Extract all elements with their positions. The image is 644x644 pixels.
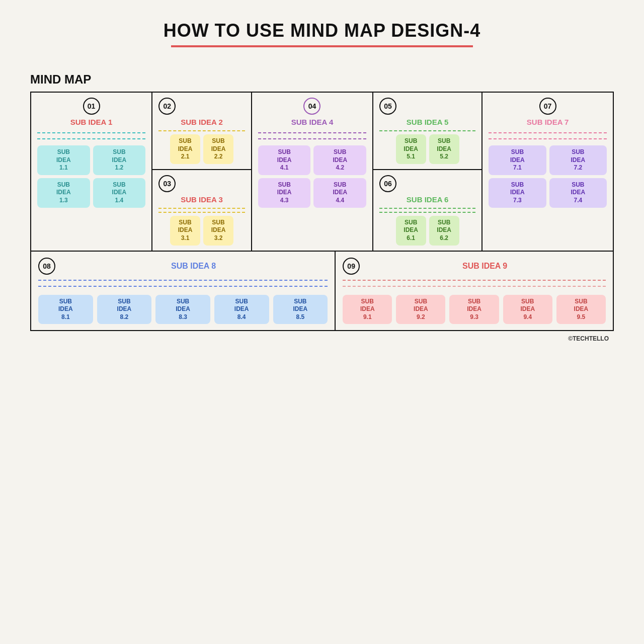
sub-box-1-1: SUBIDEA1.1 — [37, 145, 90, 175]
sub-box-8-5: SUBIDEA8.5 — [273, 295, 328, 325]
cell-01-number: 01 — [83, 98, 100, 115]
cell-06-title: SUB IDEA 6 — [379, 195, 475, 204]
cell-09: 09 SUB IDEA 9 SUBIDEA9.1 SUBIDEA9.2 SUBI… — [336, 252, 613, 331]
sub-box-3-1: SUBIDEA3.1 — [170, 216, 200, 246]
sub-box-4-2: SUBIDEA4.2 — [313, 145, 366, 175]
sub-box-8-4: SUBIDEA8.4 — [214, 295, 269, 325]
sub-box-2-1: SUBIDEA2.1 — [170, 134, 200, 164]
sub-box-4-1: SUBIDEA4.1 — [258, 145, 311, 175]
sub-box-5-1: SUBIDEA5.1 — [396, 134, 426, 164]
cell-03-title: SUB IDEA 3 — [158, 195, 245, 204]
cell-05: 05 SUB IDEA 5 SUBIDEA5.1 SUBIDEA5.2 — [373, 93, 481, 170]
sub-box-7-4: SUBIDEA7.4 — [549, 178, 607, 208]
cell-05-boxes: SUBIDEA5.1 SUBIDEA5.2 — [379, 134, 475, 164]
sub-box-9-5: SUBIDEA9.5 — [556, 295, 606, 325]
cell-09-title: SUB IDEA 9 — [364, 262, 606, 271]
sub-box-5-2: SUBIDEA5.2 — [429, 134, 459, 164]
cell-01-title: SUB IDEA 1 — [37, 118, 145, 126]
cell-08: 08 SUB IDEA 8 SUBIDEA8.1 SUBIDEA8.2 SUBI… — [31, 252, 336, 331]
sub-box-3-2: SUBIDEA3.2 — [203, 216, 233, 246]
cell-03-number: 03 — [158, 175, 176, 192]
cell-07: 07 SUB IDEA 7 SUBIDEA7.1 SUBIDEA7.2 SUBI… — [482, 93, 613, 251]
sub-box-8-1: SUBIDEA8.1 — [38, 295, 93, 325]
sub-box-9-4: SUBIDEA9.4 — [503, 295, 552, 325]
cell-02: 02 SUB IDEA 2 SUBIDEA2.1 SUBIDEA2.2 — [152, 93, 251, 170]
sub-box-6-2: SUBIDEA6.2 — [429, 216, 459, 246]
bottom-row: 08 SUB IDEA 8 SUBIDEA8.1 SUBIDEA8.2 SUBI… — [31, 252, 613, 331]
cell-06: 06 SUB IDEA 6 SUBIDEA6.1 SUBIDEA6.2 — [373, 170, 481, 251]
cell-07-number: 07 — [539, 98, 556, 115]
section-label: MIND MAP — [30, 72, 614, 87]
cell-04: 04 SUB IDEA 4 SUBIDEA4.1 SUBIDEA4.2 SUBI… — [252, 93, 373, 251]
page-title: HOW TO USE MIND MAP DESIGN-4 — [164, 20, 481, 41]
cell-04-boxes: SUBIDEA4.1 SUBIDEA4.2 SUBIDEA4.3 SUBIDEA… — [258, 145, 366, 208]
sub-box-4-3: SUBIDEA4.3 — [258, 178, 311, 208]
cell-06-number: 06 — [379, 175, 396, 192]
sub-box-7-3: SUBIDEA7.3 — [489, 178, 546, 208]
sub-box-9-1: SUBIDEA9.1 — [343, 295, 392, 325]
sub-box-8-3: SUBIDEA8.3 — [155, 295, 210, 325]
sub-box-7-2: SUBIDEA7.2 — [549, 145, 607, 175]
cell-07-title: SUB IDEA 7 — [489, 118, 607, 126]
sub-box-6-1: SUBIDEA6.1 — [396, 216, 426, 246]
mind-map: 01 SUB IDEA 1 SUBIDEA1.1 SUBIDEA1.2 SUBI… — [30, 92, 614, 331]
sub-box-8-2: SUBIDEA8.2 — [97, 295, 152, 325]
cell-08-header: 08 SUB IDEA 8 — [38, 258, 328, 275]
top-row: 01 SUB IDEA 1 SUBIDEA1.1 SUBIDEA1.2 SUBI… — [31, 93, 613, 252]
cell-05-number: 05 — [379, 98, 396, 115]
sub-box-4-4: SUBIDEA4.4 — [313, 178, 366, 208]
cell-03-boxes: SUBIDEA3.1 SUBIDEA3.2 — [158, 216, 245, 246]
cell-08-boxes: SUBIDEA8.1 SUBIDEA8.2 SUBIDEA8.3 SUBIDEA… — [38, 295, 328, 325]
cell-01: 01 SUB IDEA 1 SUBIDEA1.1 SUBIDEA1.2 SUBI… — [31, 93, 152, 251]
cell-02-title: SUB IDEA 2 — [158, 118, 245, 126]
sub-box-1-3: SUBIDEA1.3 — [37, 178, 90, 208]
cell-02-03: 02 SUB IDEA 2 SUBIDEA2.1 SUBIDEA2.2 03 S… — [152, 93, 252, 251]
cell-06-boxes: SUBIDEA6.1 SUBIDEA6.2 — [379, 216, 475, 246]
sub-box-1-2: SUBIDEA1.2 — [93, 145, 146, 175]
cell-05-06: 05 SUB IDEA 5 SUBIDEA5.1 SUBIDEA5.2 06 S… — [373, 93, 482, 251]
copyright: ©TECHTELLO — [30, 335, 614, 342]
cell-08-title: SUB IDEA 8 — [59, 262, 328, 271]
cell-04-title: SUB IDEA 4 — [258, 118, 366, 126]
sub-box-7-1: SUBIDEA7.1 — [489, 145, 546, 175]
cell-05-title: SUB IDEA 5 — [379, 118, 475, 126]
cell-09-header: 09 SUB IDEA 9 — [343, 258, 606, 275]
cell-02-boxes: SUBIDEA2.1 SUBIDEA2.2 — [158, 134, 245, 164]
sub-box-9-3: SUBIDEA9.3 — [449, 295, 499, 325]
cell-09-boxes: SUBIDEA9.1 SUBIDEA9.2 SUBIDEA9.3 SUBIDEA… — [343, 295, 606, 325]
cell-01-boxes: SUBIDEA1.1 SUBIDEA1.2 SUBIDEA1.3 SUBIDEA… — [37, 145, 145, 208]
cell-02-number: 02 — [158, 98, 176, 115]
cell-04-number: 04 — [303, 98, 320, 115]
title-underline — [171, 45, 473, 47]
sub-box-1-4: SUBIDEA1.4 — [93, 178, 146, 208]
cell-07-boxes: SUBIDEA7.1 SUBIDEA7.2 SUBIDEA7.3 SUBIDEA… — [489, 145, 607, 208]
sub-box-2-2: SUBIDEA2.2 — [203, 134, 233, 164]
cell-08-number: 08 — [38, 258, 55, 275]
cell-03: 03 SUB IDEA 3 SUBIDEA3.1 SUBIDEA3.2 — [152, 170, 251, 251]
sub-box-9-2: SUBIDEA9.2 — [396, 295, 445, 325]
cell-09-number: 09 — [343, 258, 360, 275]
